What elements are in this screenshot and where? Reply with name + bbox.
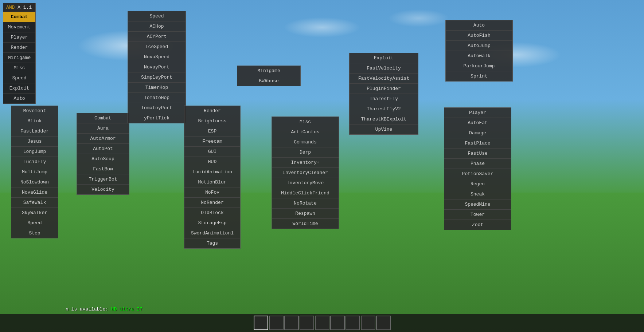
render-item-motionblur[interactable]: MotionBlur (184, 177, 240, 187)
hotbar-slot-9[interactable] (376, 316, 391, 330)
exploit-item-exploit[interactable]: Exploit (350, 53, 418, 63)
sidebar-item-speed[interactable]: Speed (3, 73, 35, 83)
movement-item-multijump[interactable]: MultiJump (11, 167, 58, 177)
player-item-fastuse[interactable]: FastUse (444, 149, 511, 159)
movement-item-blink[interactable]: Blink (11, 116, 58, 126)
auto-item-autowalk[interactable]: Autowalk (446, 51, 512, 61)
combat-item-triggerbot[interactable]: TriggerBot (77, 174, 129, 185)
player-item-regen[interactable]: Regen (444, 179, 511, 189)
movement-item-noslowdown[interactable]: NoSlowdown (11, 177, 58, 187)
minigame-item-bwabuse[interactable]: BWAbuse (237, 76, 300, 86)
speed-item-icespeed[interactable]: IceSpeed (128, 42, 186, 52)
sidebar-item-player[interactable]: Player (3, 32, 35, 43)
hotbar-slot-6[interactable] (330, 316, 345, 330)
misc-item-inventorymove[interactable]: InventoryMove (272, 178, 339, 188)
exploit-item-tharest-kbexploit[interactable]: TharestKBExploit (350, 114, 418, 125)
render-item-esp[interactable]: ESP (184, 126, 240, 137)
combat-item-velocity[interactable]: Velocity (77, 185, 129, 194)
hotbar-slot-7[interactable] (346, 316, 360, 330)
combat-item-aura[interactable]: Aura (77, 123, 129, 134)
auto-item-auto[interactable]: Auto (446, 20, 512, 31)
combat-item-autoarmor[interactable]: AutoArmor (77, 134, 129, 144)
movement-item-skywalker[interactable]: SkyWalker (11, 208, 58, 218)
movement-item-movement[interactable]: Movement (11, 106, 58, 116)
player-item-player[interactable]: Player (444, 108, 511, 118)
hotbar-slot-2[interactable] (269, 316, 284, 330)
speed-item-novayport[interactable]: NovayPort (128, 62, 186, 72)
render-item-norender[interactable]: NoRender (184, 198, 240, 208)
movement-item-jesus[interactable]: Jesus (11, 137, 58, 147)
render-item-gui[interactable]: GUI (184, 147, 240, 157)
exploit-item-pluginfinder[interactable]: PluginFinder (350, 84, 418, 94)
movement-item-fastladder[interactable]: FastLadder (11, 126, 58, 137)
speed-item-timerhop[interactable]: TimerHop (128, 83, 186, 93)
render-item-tags[interactable]: Tags (184, 238, 240, 248)
exploit-item-tharestflyv2[interactable]: TharestFlyV2 (350, 104, 418, 114)
movement-item-lucidfly[interactable]: LucidFly (11, 157, 58, 167)
render-item-storageesp[interactable]: StorageEsp (184, 218, 240, 228)
speed-item-novaspeed[interactable]: NovaSpeed (128, 52, 186, 62)
sidebar-item-exploit[interactable]: Exploit (3, 83, 35, 94)
exploit-item-tharestfly[interactable]: TharestFly (350, 94, 418, 104)
misc-item-inventorycleaner[interactable]: InventoryCleaner (272, 168, 339, 178)
speed-item-speed[interactable]: Speed (128, 11, 186, 21)
misc-item-worldtime[interactable]: WorldTime (272, 219, 339, 229)
misc-item-inventory-plus[interactable]: Inventory+ (272, 158, 339, 168)
player-item-zoot[interactable]: Zoot (444, 220, 511, 230)
speed-item-yporttick[interactable]: yPortTick (128, 113, 186, 123)
render-item-freecam[interactable]: Freecam (184, 137, 240, 147)
speed-item-tomatoyport[interactable]: TomatoyPort (128, 103, 186, 113)
combat-item-autosoup[interactable]: AutoSoup (77, 154, 129, 164)
speed-item-acyport[interactable]: ACYPort (128, 32, 186, 42)
sidebar-item-movement[interactable]: Movement (3, 22, 35, 32)
hotbar-slot-3[interactable] (284, 316, 299, 330)
render-item-oldblock[interactable]: OldBlock (184, 208, 240, 218)
misc-item-norotate[interactable]: NoRotate (272, 198, 339, 209)
auto-item-autofish[interactable]: AutoFish (446, 31, 512, 41)
player-item-potionsaver[interactable]: PotionSaver (444, 169, 511, 179)
movement-item-step[interactable]: Step (11, 228, 58, 238)
auto-item-parkourjump[interactable]: ParkourJump (446, 61, 512, 71)
render-item-hud[interactable]: HUD (184, 157, 240, 167)
player-item-fastplace[interactable]: FastPlace (444, 138, 511, 149)
movement-item-novaglide[interactable]: NovaGlide (11, 187, 58, 198)
exploit-item-fastvelocity[interactable]: FastVelocity (350, 63, 418, 74)
render-item-nofov[interactable]: NoFov (184, 187, 240, 198)
misc-item-derp[interactable]: Derp (272, 147, 339, 158)
player-item-speedmine[interactable]: SpeedMine (444, 199, 511, 210)
movement-item-safewalk[interactable]: SafeWalk (11, 198, 58, 208)
player-item-sneak[interactable]: Sneak (444, 189, 511, 199)
exploit-item-fastvelocityassist[interactable]: FastVelocityAssist (350, 74, 418, 84)
auto-item-autojump[interactable]: AutoJump (446, 41, 512, 51)
hotbar-slot-1[interactable] (254, 316, 268, 330)
auto-item-sprint[interactable]: Sprint (446, 71, 512, 81)
player-item-autoeat[interactable]: AutoEat (444, 118, 511, 128)
sidebar-item-combat[interactable]: Combat (3, 12, 35, 22)
minigame-item-minigame[interactable]: Minigame (237, 66, 300, 76)
hotbar-slot-8[interactable] (361, 316, 375, 330)
render-item-lucidanimation[interactable]: LucidAnimation (184, 167, 240, 177)
misc-item-misc[interactable]: Misc (272, 117, 339, 127)
combat-item-autopot[interactable]: AutoPot (77, 144, 129, 154)
render-item-render[interactable]: Render (184, 106, 240, 116)
player-item-phase[interactable]: Phase (444, 159, 511, 169)
misc-item-middleclickfriend[interactable]: MiddleClickFriend (272, 188, 339, 198)
sidebar-item-render[interactable]: Render (3, 43, 35, 53)
misc-item-commands[interactable]: Commands (272, 137, 339, 147)
sidebar-item-auto[interactable]: Auto (3, 94, 35, 104)
combat-item-combat[interactable]: Combat (77, 113, 129, 123)
exploit-item-upvine[interactable]: UpVine (350, 125, 418, 134)
speed-item-tomatohop[interactable]: TomatoHop (128, 93, 186, 103)
movement-item-speed[interactable]: Speed (11, 218, 58, 228)
hotbar-slot-4[interactable] (300, 316, 314, 330)
speed-item-simpleyport[interactable]: SimpleyPort (128, 72, 186, 83)
combat-item-fastbow[interactable]: FastBow (77, 164, 129, 174)
sidebar-item-minigame[interactable]: Minigame (3, 53, 35, 63)
sidebar-item-misc[interactable]: Misc (3, 63, 35, 73)
player-item-tower[interactable]: Tower (444, 210, 511, 220)
render-item-brightness[interactable]: Brightness (184, 116, 240, 126)
movement-item-longjump[interactable]: LongJump (11, 147, 58, 157)
render-item-swordanimation1[interactable]: SwordAnimation1 (184, 228, 240, 238)
player-item-damage[interactable]: Damage (444, 128, 511, 138)
speed-item-achop[interactable]: ACHop (128, 21, 186, 32)
